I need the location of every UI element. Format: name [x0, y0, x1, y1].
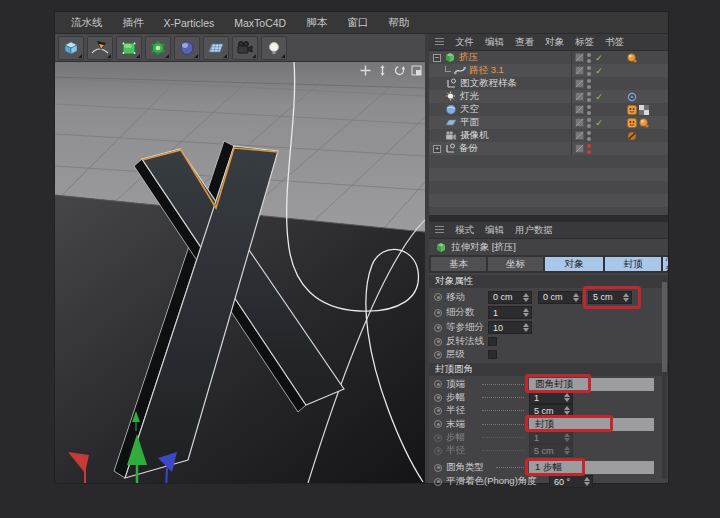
- menu-maxtoc4d[interactable]: MaxToC4D: [234, 17, 286, 29]
- floor-button[interactable]: [203, 36, 229, 60]
- menu-xparticles[interactable]: X-Particles: [164, 17, 215, 29]
- om-menu-file[interactable]: 文件: [455, 36, 474, 49]
- tab-object[interactable]: 对象: [545, 257, 603, 271]
- anim-dot-icon[interactable]: [434, 394, 442, 402]
- object-row-light[interactable]: 灯光 ✓: [429, 90, 668, 103]
- visibility-dots-hidden[interactable]: [587, 144, 591, 154]
- layer-icon[interactable]: [575, 118, 584, 127]
- movement-z-field[interactable]: 5 cm: [588, 291, 632, 304]
- visibility-dots[interactable]: [587, 118, 591, 128]
- layer-icon[interactable]: [575, 79, 584, 88]
- layer-icon[interactable]: [575, 144, 584, 153]
- hierarchical-checkbox[interactable]: [488, 350, 497, 359]
- anim-dot-icon[interactable]: [434, 420, 442, 428]
- compositing-tag-icon[interactable]: [627, 105, 637, 115]
- tab-coord[interactable]: 坐标: [488, 257, 543, 271]
- phong-angle-field[interactable]: 60 °: [549, 475, 593, 488]
- tab-basic[interactable]: 基本: [431, 257, 486, 271]
- camera-button[interactable]: [232, 36, 258, 60]
- generator-button[interactable]: [116, 36, 142, 60]
- subdivision-field[interactable]: 1: [488, 306, 532, 319]
- om-menu-object[interactable]: 对象: [545, 36, 564, 49]
- collapse-icon[interactable]: −: [433, 54, 441, 62]
- om-menu-edit[interactable]: 编辑: [485, 36, 504, 49]
- layer-icon[interactable]: [575, 131, 584, 140]
- flip-normals-checkbox[interactable]: [488, 337, 497, 346]
- movement-y-field[interactable]: 0 cm: [538, 291, 582, 304]
- object-row-plane[interactable]: 平面 ✓: [429, 116, 668, 129]
- panel-grip-icon[interactable]: [435, 38, 444, 47]
- volume-button[interactable]: [174, 36, 200, 60]
- object-row-camera[interactable]: 摄像机: [429, 129, 668, 142]
- object-row-backup[interactable]: + 备份: [429, 142, 668, 155]
- tab-caps[interactable]: 封顶: [605, 257, 661, 271]
- visibility-dots[interactable]: [587, 66, 591, 76]
- spline-pen-button[interactable]: [87, 36, 113, 60]
- enabled-check[interactable]: ✓: [594, 66, 604, 76]
- object-row-tutorial-spline[interactable]: 图文教程样条: [429, 77, 668, 90]
- anim-dot-icon[interactable]: [434, 464, 442, 472]
- anim-dot-icon[interactable]: [434, 478, 442, 486]
- visibility-dots[interactable]: [587, 92, 591, 102]
- om-menu-bookmarks[interactable]: 书签: [605, 36, 624, 49]
- anim-dot-icon[interactable]: [434, 309, 442, 317]
- object-row-sky[interactable]: 天空: [429, 103, 668, 116]
- panel-grip-icon[interactable]: [435, 226, 444, 235]
- pan-icon[interactable]: [359, 64, 371, 76]
- visibility-dots[interactable]: [587, 105, 591, 115]
- toggle-view-icon[interactable]: [410, 64, 422, 76]
- viewport[interactable]: [55, 62, 425, 483]
- cap-end-dropdown[interactable]: 封顶: [529, 418, 654, 431]
- scrollbar[interactable]: [662, 276, 667, 479]
- menu-plugins[interactable]: 插件: [123, 16, 144, 30]
- am-menu-mode[interactable]: 模式: [455, 224, 474, 237]
- protection-tag-icon[interactable]: [627, 131, 637, 141]
- om-menu-tags[interactable]: 标签: [575, 36, 594, 49]
- cap-steps-field[interactable]: 1: [529, 391, 573, 404]
- phong-tag-icon[interactable]: [627, 53, 637, 63]
- fillet-type-dropdown[interactable]: 1 步幅: [529, 461, 654, 474]
- enabled-check[interactable]: ✓: [594, 92, 604, 102]
- cap-radius-field[interactable]: 5 cm: [529, 404, 573, 417]
- visibility-dots[interactable]: [587, 131, 591, 141]
- anim-dot-icon[interactable]: [434, 407, 442, 415]
- cap-start-dropdown[interactable]: 圆角封顶: [529, 378, 654, 391]
- menu-help[interactable]: 帮助: [388, 16, 409, 30]
- movement-x-field[interactable]: 0 cm: [488, 291, 532, 304]
- visibility-dots[interactable]: [587, 53, 591, 63]
- zoom-icon[interactable]: [376, 64, 388, 76]
- layer-icon[interactable]: [575, 53, 584, 62]
- texture-tag-icon[interactable]: [639, 105, 649, 115]
- anim-dot-icon[interactable]: [434, 351, 442, 359]
- mograph-button[interactable]: [145, 36, 171, 60]
- object-row-extrude[interactable]: − 挤压 ✓: [429, 51, 668, 64]
- enabled-check[interactable]: ✓: [594, 53, 604, 63]
- layer-icon[interactable]: [575, 66, 584, 75]
- anim-dot-icon[interactable]: [434, 324, 442, 332]
- menu-script[interactable]: 脚本: [306, 16, 327, 30]
- section-caps[interactable]: 封顶圆角: [429, 363, 668, 376]
- object-row-path[interactable]: 路径 3.1 ✓: [429, 64, 668, 77]
- om-menu-view[interactable]: 查看: [515, 36, 534, 49]
- am-menu-edit[interactable]: 编辑: [485, 224, 504, 237]
- viewport-canvas[interactable]: [55, 62, 425, 483]
- section-object-properties[interactable]: 对象属性: [429, 275, 668, 288]
- cube-primitive-button[interactable]: [58, 36, 84, 60]
- anim-dot-icon[interactable]: [434, 293, 442, 301]
- menu-pipeline[interactable]: 流水线: [71, 16, 103, 30]
- iso-subdivision-field[interactable]: 10: [488, 321, 532, 334]
- am-menu-userdata[interactable]: 用户数据: [515, 224, 553, 237]
- anim-dot-icon[interactable]: [434, 380, 442, 388]
- layer-icon[interactable]: [575, 105, 584, 114]
- enabled-check[interactable]: ✓: [594, 118, 604, 128]
- layer-icon[interactable]: [575, 92, 584, 101]
- rotate-icon[interactable]: [393, 64, 405, 76]
- phong-tag-icon[interactable]: [639, 118, 649, 128]
- menu-window[interactable]: 窗口: [347, 16, 368, 30]
- anim-dot-icon[interactable]: [434, 338, 442, 346]
- compositing-tag-icon[interactable]: [627, 118, 637, 128]
- target-tag-icon[interactable]: [627, 92, 637, 102]
- light-button[interactable]: [261, 36, 287, 60]
- expand-icon[interactable]: +: [433, 145, 441, 153]
- tab-phong[interactable]: 平滑着色: [663, 257, 668, 271]
